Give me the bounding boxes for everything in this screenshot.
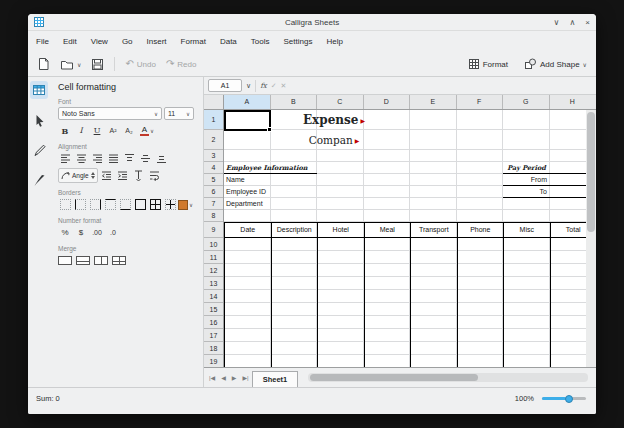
first-sheet-button[interactable]: |◀ [206, 369, 218, 387]
menu-item[interactable]: Go [122, 37, 133, 46]
maximize-button[interactable]: ∧ [569, 15, 575, 30]
indent-decrease-button[interactable] [100, 169, 114, 182]
previous-sheet-button[interactable]: ◀ [218, 369, 229, 387]
add-shape-button[interactable]: Add Shape ∨ [521, 56, 590, 72]
column-header[interactable]: A [224, 95, 271, 109]
expense-table-header-cell[interactable]: Total [551, 223, 587, 237]
shape-select-tool-button[interactable] [30, 111, 48, 129]
menu-item[interactable]: Edit [63, 37, 77, 46]
align-justify-button[interactable] [106, 152, 120, 165]
subscript-button[interactable]: A₂ [122, 124, 136, 137]
row-header[interactable]: 8 [204, 210, 223, 222]
row-header[interactable]: 5 [204, 174, 223, 186]
italic-button[interactable]: I [74, 124, 88, 137]
align-center-button[interactable] [74, 152, 88, 165]
zoom-slider[interactable] [542, 397, 586, 400]
vertical-scrollbar-handle[interactable] [587, 112, 595, 232]
row-header[interactable]: 7 [204, 198, 223, 210]
underline-button[interactable]: U [90, 124, 104, 137]
row-header[interactable]: 16 [204, 316, 223, 329]
redo-button[interactable]: ↷ Redo [163, 57, 200, 71]
expense-table-header-cell[interactable]: Misc [504, 223, 551, 237]
row-header[interactable]: 11 [204, 251, 223, 264]
menu-item[interactable]: Help [326, 37, 342, 46]
row-header[interactable]: 9 [204, 222, 223, 238]
expense-table-header-cell[interactable]: Meal [365, 223, 412, 237]
minimize-button[interactable]: ∨ [554, 15, 560, 30]
font-family-select[interactable]: Noto Sans ∨ [58, 107, 162, 120]
money-format-button[interactable]: $ [74, 226, 88, 239]
row-header[interactable]: 1 [204, 110, 223, 130]
indent-increase-button[interactable] [116, 169, 130, 182]
menu-item[interactable]: Settings [284, 37, 313, 46]
angle-control[interactable]: Angle [58, 168, 98, 183]
column-header[interactable]: E [410, 95, 457, 109]
merge-horizontal-button[interactable] [76, 254, 90, 267]
save-button[interactable] [88, 56, 107, 73]
expense-table-header-cell[interactable]: Description [272, 223, 319, 237]
row-header[interactable]: 2 [204, 130, 223, 150]
precision-increase-button[interactable]: .00 [90, 226, 104, 239]
border-top-button[interactable] [103, 198, 117, 211]
cell-range-dropdown[interactable]: ∨ [246, 82, 251, 90]
font-size-select[interactable]: 11 ∨ [164, 107, 194, 120]
border-color-button[interactable]: ∨ [178, 198, 193, 211]
horizontal-scrollbar-handle[interactable] [310, 374, 478, 381]
border-all-button[interactable] [148, 198, 162, 211]
vertical-scrollbar[interactable] [586, 110, 596, 367]
border-none-button[interactable] [58, 198, 72, 211]
precision-decrease-button[interactable]: .0 [106, 226, 120, 239]
percent-format-button[interactable]: % [58, 226, 72, 239]
expense-table-header-cell[interactable]: Phone [458, 223, 505, 237]
menu-item[interactable]: View [91, 37, 108, 46]
angle-spinner[interactable] [91, 172, 95, 179]
last-sheet-button[interactable]: ▶| [239, 369, 251, 387]
row-header[interactable]: 6 [204, 186, 223, 198]
next-sheet-button[interactable]: ▶ [229, 369, 240, 387]
column-header[interactable]: C [317, 95, 364, 109]
expense-table-header-cell[interactable]: Hotel [318, 223, 365, 237]
menu-item[interactable]: Data [220, 37, 237, 46]
function-button[interactable]: fx [260, 82, 267, 90]
merge-vertical-button[interactable] [94, 254, 108, 267]
menu-item[interactable]: File [36, 37, 49, 46]
undo-button[interactable]: ↶ Undo [122, 57, 159, 71]
sheet-grid[interactable]: Expense▶ Compan▶ Employee Information Pa… [224, 110, 586, 367]
superscript-button[interactable]: A² [106, 124, 120, 137]
apply-button[interactable]: ✓ [271, 82, 277, 90]
valign-middle-button[interactable] [138, 152, 152, 165]
fill-handle[interactable] [267, 127, 272, 132]
border-inner-button[interactable] [163, 198, 177, 211]
column-header[interactable]: B [271, 95, 318, 109]
horizontal-scrollbar[interactable] [308, 373, 588, 382]
zoom-slider-handle[interactable] [565, 395, 573, 403]
menu-item[interactable]: Format [181, 37, 206, 46]
selected-cell-outline[interactable] [224, 110, 271, 131]
cell-tool-button[interactable] [30, 81, 48, 99]
row-header[interactable]: 18 [204, 342, 223, 355]
row-header[interactable]: 14 [204, 290, 223, 303]
align-right-button[interactable] [90, 152, 104, 165]
column-header[interactable]: H [550, 95, 587, 109]
row-header[interactable]: 12 [204, 264, 223, 277]
row-header[interactable]: 3 [204, 150, 223, 162]
calligraphy-tool-button[interactable] [30, 171, 48, 189]
align-left-button[interactable] [58, 152, 72, 165]
row-header[interactable]: 15 [204, 303, 223, 316]
cell-reference-box[interactable]: A1 [208, 79, 242, 92]
column-header[interactable]: F [457, 95, 504, 109]
column-header[interactable]: D [364, 95, 411, 109]
expense-table-header-cell[interactable]: Date [225, 223, 272, 237]
titlebar[interactable]: Calligra Sheets ∨ ∧ × [28, 14, 596, 31]
unmerge-cells-button[interactable] [112, 254, 126, 267]
pen-tool-button[interactable] [30, 141, 48, 159]
valign-bottom-button[interactable] [154, 152, 168, 165]
format-button[interactable]: Format [465, 56, 511, 72]
chevron-down-icon[interactable]: ∨ [77, 61, 81, 68]
row-header[interactable]: 13 [204, 277, 223, 290]
border-bottom-button[interactable] [118, 198, 132, 211]
row-header[interactable]: 4 [204, 162, 223, 174]
row-header[interactable]: 10 [204, 238, 223, 251]
border-left-button[interactable] [73, 198, 87, 211]
border-right-button[interactable] [88, 198, 102, 211]
